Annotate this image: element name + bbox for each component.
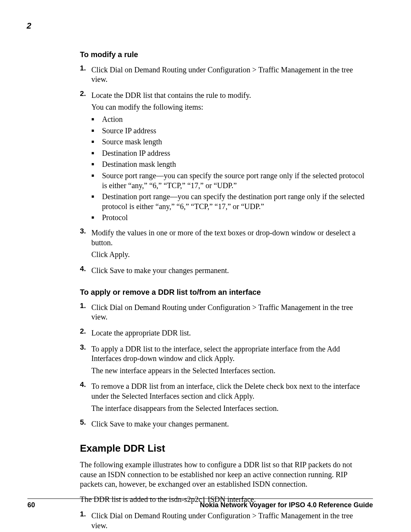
section-heading: To apply or remove a DDR list to/from an… bbox=[80, 288, 369, 297]
list-item: 1. Click Dial on Demand Routing under Co… bbox=[80, 64, 369, 87]
bullet-item: Action bbox=[91, 115, 369, 125]
document-title: Nokia Network Voyager for IPSO 4.0 Refer… bbox=[200, 501, 373, 509]
list-item: 2. Locate the appropriate DDR list. bbox=[80, 327, 369, 340]
bullet-icon bbox=[91, 149, 102, 158]
bullet-text: Source IP address bbox=[102, 126, 369, 136]
step-number: 5. bbox=[80, 418, 91, 431]
section-heading-large: Example DDR List bbox=[80, 442, 369, 455]
step-number: 2. bbox=[80, 89, 91, 224]
list-item: 3. To apply a DDR list to the interface,… bbox=[80, 343, 369, 378]
bullet-text: Destination IP address bbox=[102, 149, 369, 158]
step-number: 3. bbox=[80, 343, 91, 378]
step-number: 4. bbox=[80, 380, 91, 415]
step-text: Click Save to make your changes permanen… bbox=[91, 266, 369, 276]
step-text: Locate the appropriate DDR list. bbox=[91, 328, 369, 338]
list-item: 1. Click Dial on Demand Routing under Co… bbox=[80, 510, 369, 532]
step-text: Click Save to make your changes permanen… bbox=[91, 419, 369, 429]
bullet-text: Action bbox=[102, 115, 369, 125]
bullet-item: Protocol bbox=[91, 213, 369, 223]
page-content: To modify a rule 1. Click Dial on Demand… bbox=[80, 50, 369, 532]
bullet-icon bbox=[91, 213, 102, 223]
step-text: Locate the DDR list that contains the ru… bbox=[91, 91, 369, 101]
bullet-item: Source IP address bbox=[91, 126, 369, 136]
bullet-icon bbox=[91, 126, 102, 136]
list-item: 4. Click Save to make your changes perma… bbox=[80, 264, 369, 278]
bullet-icon bbox=[91, 160, 102, 169]
bullet-icon bbox=[91, 171, 102, 190]
bullet-item: Source mask length bbox=[91, 137, 369, 147]
list-item: 3. Modify the values in one or more of t… bbox=[80, 227, 369, 262]
bullet-item: Destination port range—you can specify t… bbox=[91, 192, 369, 211]
step-text: To remove a DDR list from an interface, … bbox=[91, 382, 369, 401]
ordered-list: 1. Click Dial on Demand Routing under Co… bbox=[80, 64, 369, 278]
bullet-item: Destination IP address bbox=[91, 149, 369, 158]
step-text: You can modify the following items: bbox=[91, 102, 369, 112]
document-page: 2 To modify a rule 1. Click Dial on Dema… bbox=[0, 0, 411, 532]
step-text: Click Apply. bbox=[91, 250, 369, 260]
bullet-text: Destination port range—you can specify t… bbox=[102, 192, 369, 211]
step-text: Click Dial on Demand Routing under Confi… bbox=[91, 511, 369, 530]
page-number: 60 bbox=[27, 501, 35, 509]
bullet-icon bbox=[91, 192, 102, 211]
bullet-text: Protocol bbox=[102, 213, 369, 223]
section-heading: To modify a rule bbox=[80, 50, 369, 60]
list-item: 2. Locate the DDR list that contains the… bbox=[80, 89, 369, 224]
chapter-number: 2 bbox=[27, 21, 373, 31]
step-text: Modify the values in one or more of the … bbox=[91, 228, 369, 248]
bullet-item: Source port range—you can specify the so… bbox=[91, 171, 369, 190]
step-number: 4. bbox=[80, 264, 91, 278]
bullet-text: Destination mask length bbox=[102, 160, 369, 169]
ordered-list: 1. Click Dial on Demand Routing under Co… bbox=[80, 510, 369, 532]
bullet-list: Action Source IP address Source mask len… bbox=[91, 115, 369, 223]
step-text: Click Dial on Demand Routing under Confi… bbox=[91, 65, 369, 85]
step-number: 3. bbox=[80, 227, 91, 262]
page-footer: 60 Nokia Network Voyager for IPSO 4.0 Re… bbox=[27, 498, 373, 509]
step-number: 2. bbox=[80, 327, 91, 340]
ordered-list: 1. Click Dial on Demand Routing under Co… bbox=[80, 301, 369, 431]
list-item: 1. Click Dial on Demand Routing under Co… bbox=[80, 301, 369, 324]
step-number: 1. bbox=[80, 64, 91, 87]
footer-rule bbox=[27, 498, 373, 499]
bullet-item: Destination mask length bbox=[91, 160, 369, 169]
step-text: Click Dial on Demand Routing under Confi… bbox=[91, 303, 369, 322]
bullet-text: Source mask length bbox=[102, 137, 369, 147]
list-item: 4. To remove a DDR list from an interfac… bbox=[80, 380, 369, 415]
step-number: 1. bbox=[80, 301, 91, 324]
bullet-icon bbox=[91, 115, 102, 125]
intro-paragraph: The following example illustrates how to… bbox=[80, 460, 369, 489]
bullet-text: Source port range—you can specify the so… bbox=[102, 171, 369, 190]
step-number: 1. bbox=[80, 510, 91, 532]
step-text: The new interface appears in the Selecte… bbox=[91, 366, 369, 376]
bullet-icon bbox=[91, 137, 102, 147]
step-text: To apply a DDR list to the interface, se… bbox=[91, 344, 369, 364]
step-text: The interface disappears from the Select… bbox=[91, 404, 369, 414]
list-item: 5. Click Save to make your changes perma… bbox=[80, 418, 369, 431]
